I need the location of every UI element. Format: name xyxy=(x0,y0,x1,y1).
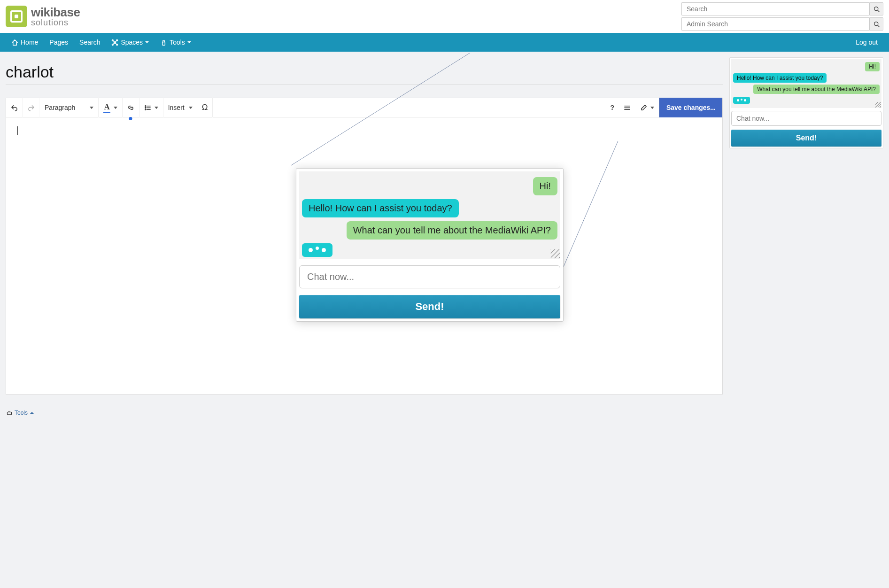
indicator-dot-icon xyxy=(129,117,132,120)
paragraph-label: Paragraph xyxy=(45,104,75,111)
nav-spaces-label: Spaces xyxy=(121,39,143,46)
logo-text: wikibase solutions xyxy=(31,6,80,27)
chevron-down-icon xyxy=(145,41,149,43)
send-button[interactable]: Send! xyxy=(731,130,881,147)
nav-home-label: Home xyxy=(21,39,38,46)
nav-pages[interactable]: Pages xyxy=(44,33,74,52)
chevron-down-icon xyxy=(189,107,193,109)
chat-msg-bot: Hello! How can I assist you today? xyxy=(302,199,459,217)
navbar: Home Pages Search Spaces Tools Log out xyxy=(0,33,889,52)
svg-point-14 xyxy=(145,105,146,106)
page-title: charlot xyxy=(6,57,723,85)
special-char-button[interactable]: Ω xyxy=(197,98,213,117)
chevron-down-icon xyxy=(155,107,158,109)
chat-msg-user: Hi! xyxy=(865,62,880,71)
logo[interactable]: wikibase solutions xyxy=(6,6,80,27)
search-button[interactable] xyxy=(869,2,883,15)
chevron-up-icon xyxy=(30,412,34,414)
redo-button[interactable] xyxy=(23,98,40,117)
chevron-down-icon xyxy=(187,41,191,43)
top-header: wikibase solutions xyxy=(0,0,889,33)
chat-sidebar: Hi! Hello! How can I assist you today? W… xyxy=(729,57,883,148)
nav-pages-label: Pages xyxy=(49,39,68,46)
editor-toolbar: Paragraph A Insert Ω ? xyxy=(6,98,723,117)
chat-msg-user: What can you tell me about the MediaWiki… xyxy=(753,85,880,94)
chat-log[interactable]: Hi! Hello! How can I assist you today? W… xyxy=(731,59,881,108)
svg-rect-25 xyxy=(8,412,12,415)
text-style-button[interactable]: A xyxy=(99,98,122,117)
nav-home[interactable]: Home xyxy=(6,33,44,52)
link-button[interactable] xyxy=(123,98,139,117)
svg-line-1 xyxy=(877,10,879,11)
nav-search[interactable]: Search xyxy=(74,33,106,52)
chat-input-magnified[interactable] xyxy=(299,265,560,288)
svg-line-3 xyxy=(877,25,879,26)
logo-icon xyxy=(6,6,27,27)
nav-search-label: Search xyxy=(79,39,100,46)
typing-indicator-icon xyxy=(302,243,332,257)
nav-logout[interactable]: Log out xyxy=(850,33,883,52)
undo-button[interactable] xyxy=(6,98,23,117)
chat-msg-user: What can you tell me about the MediaWiki… xyxy=(347,221,557,240)
chevron-down-icon xyxy=(90,107,93,109)
chat-log-magnified: Hi! Hello! How can I assist you today? W… xyxy=(299,171,560,259)
chat-input[interactable] xyxy=(731,111,881,126)
chat-magnified: Hi! Hello! How can I assist you today? W… xyxy=(296,168,564,322)
text-cursor-icon xyxy=(17,126,18,135)
save-button[interactable]: Save changes... xyxy=(659,98,722,117)
insert-label: Insert xyxy=(168,104,185,111)
paragraph-select[interactable]: Paragraph xyxy=(40,98,99,117)
nav-tools[interactable]: Tools xyxy=(155,33,197,52)
resize-handle[interactable] xyxy=(875,102,881,108)
list-button[interactable] xyxy=(139,98,163,117)
edit-mode-button[interactable] xyxy=(635,98,659,117)
nav-tools-label: Tools xyxy=(170,39,185,46)
chat-msg-user: Hi! xyxy=(533,177,557,195)
nav-logout-label: Log out xyxy=(856,39,878,46)
resize-handle[interactable] xyxy=(551,249,560,258)
help-button[interactable]: ? xyxy=(605,98,619,117)
footer-tools[interactable]: Tools xyxy=(7,410,34,416)
insert-menu[interactable]: Insert xyxy=(163,98,197,117)
svg-rect-13 xyxy=(162,42,165,45)
page-options-button[interactable] xyxy=(619,98,635,117)
admin-search-button[interactable] xyxy=(869,17,883,31)
send-button-magnified[interactable]: Send! xyxy=(299,295,560,318)
footer-tools-label: Tools xyxy=(15,410,28,416)
nav-spaces[interactable]: Spaces xyxy=(106,33,155,52)
search-input[interactable] xyxy=(681,2,869,15)
chevron-down-icon xyxy=(650,107,654,109)
chevron-down-icon xyxy=(114,107,117,109)
typing-indicator-icon xyxy=(733,97,750,104)
svg-point-16 xyxy=(145,109,146,110)
search-stack xyxy=(681,2,883,31)
chat-msg-bot: Hello! How can I assist you today? xyxy=(733,73,827,83)
footer: Tools xyxy=(0,406,889,421)
svg-point-15 xyxy=(145,107,146,108)
admin-search-input[interactable] xyxy=(681,17,869,31)
